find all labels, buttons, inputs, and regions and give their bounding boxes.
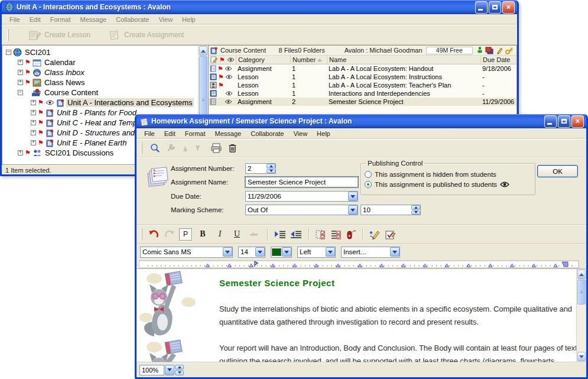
tree-label[interactable]: Class News xyxy=(43,78,86,87)
font-color-dropdown[interactable] xyxy=(271,247,292,258)
collapse-icon[interactable]: − xyxy=(6,50,11,55)
tree-item-class-news[interactable]: + ⚑ Class News xyxy=(2,77,198,88)
search-icon[interactable] xyxy=(150,143,160,153)
chevron-down-icon[interactable] xyxy=(282,247,291,257)
tree-label[interactable]: SCI201 Discussions xyxy=(44,148,115,157)
expand-icon[interactable]: + xyxy=(18,70,23,75)
print-icon[interactable] xyxy=(210,143,222,153)
document-text[interactable]: Semester Science Project Study the inter… xyxy=(203,269,586,362)
alignment-dropdown[interactable]: Left xyxy=(297,247,336,258)
previous-icon[interactable] xyxy=(182,144,189,153)
marking-scheme-dropdown[interactable]: Out Of xyxy=(245,205,358,215)
assignment-name-field[interactable]: Semester Science Project xyxy=(245,177,358,187)
document-body[interactable]: Semester Science Project Study the inter… xyxy=(137,268,586,362)
expand-icon[interactable]: + xyxy=(31,120,36,125)
tree-label[interactable]: Class Inbox xyxy=(43,68,86,77)
radio-published[interactable] xyxy=(365,181,372,188)
collapse-icon[interactable]: − xyxy=(18,90,23,95)
close-button[interactable]: × xyxy=(571,115,584,128)
font-family-dropdown[interactable]: Comic Sans MS xyxy=(140,247,233,258)
italic-button[interactable]: I xyxy=(213,228,226,241)
scroll-up-button[interactable] xyxy=(577,270,586,279)
underline-button[interactable]: U xyxy=(230,228,243,241)
delete-trash-icon[interactable] xyxy=(228,143,237,153)
tree-item-calendar[interactable]: + ⚑ Calendar xyxy=(2,57,198,67)
ok-button[interactable]: OK xyxy=(537,165,578,177)
scrollbar-thumb[interactable]: ≡ xyxy=(577,280,586,305)
indent-icon[interactable] xyxy=(274,230,286,238)
list-row[interactable]: ⚑ Lesson 1 Lab A - A Local Ecosystem: In… xyxy=(209,73,516,81)
tree-item-unit-a[interactable]: + ⚑ Unit A - Interactions and Ecosystems xyxy=(2,98,198,108)
tree-item-sci201[interactable]: − SCI201 xyxy=(2,47,198,57)
redo-icon[interactable] xyxy=(164,229,175,239)
zoom-level-field[interactable]: 100% xyxy=(139,365,164,375)
chevron-down-icon[interactable] xyxy=(348,192,358,201)
menu-file[interactable]: File xyxy=(139,130,160,137)
tree-item-class-inbox[interactable]: + ⚑ Class Inbox xyxy=(2,67,198,77)
document-scrollbar[interactable]: ≡ xyxy=(576,269,586,362)
tree-item-course-content[interactable]: − Course Content xyxy=(2,88,198,98)
list-row[interactable]: Lesson 1 Interactions and Interdependenc… xyxy=(209,89,516,98)
strikethrough-button[interactable]: abc xyxy=(248,228,261,241)
expand-icon[interactable]: + xyxy=(31,140,36,145)
user-status-icon[interactable] xyxy=(477,47,482,54)
menu-help[interactable]: Help xyxy=(177,16,200,23)
list-row[interactable]: ⚑ Assignment 1 Lab A - A Local Ecosystem… xyxy=(209,64,516,73)
expand-icon[interactable]: + xyxy=(18,60,23,65)
column-category[interactable]: Category xyxy=(236,56,290,64)
add-annotation-icon[interactable] xyxy=(369,229,381,239)
list-row-selected[interactable]: Assignment 2 Semester Science Project 11… xyxy=(209,98,516,106)
column-name[interactable]: Name xyxy=(327,56,480,64)
expand-icon[interactable]: + xyxy=(18,80,23,85)
menu-message[interactable]: Message xyxy=(210,130,246,137)
marking-points-stepper[interactable]: 10 xyxy=(360,205,421,215)
tools-icon[interactable] xyxy=(166,143,176,153)
chevron-down-icon[interactable] xyxy=(348,205,358,215)
menu-view[interactable]: View xyxy=(154,16,177,23)
tree-label[interactable]: Unit D - Structures and xyxy=(56,128,136,137)
column-number[interactable]: Number xyxy=(290,56,327,64)
next-icon[interactable] xyxy=(194,144,201,153)
tree-label[interactable]: SCI201 xyxy=(24,48,51,57)
expand-icon[interactable]: + xyxy=(31,110,36,115)
layers-icon[interactable] xyxy=(485,47,493,54)
radio-hidden[interactable] xyxy=(365,171,372,178)
edit-pencil-icon[interactable] xyxy=(496,47,502,54)
tree-label[interactable]: Calendar xyxy=(43,58,77,67)
permissions-key-icon[interactable] xyxy=(505,47,515,54)
ruler[interactable] xyxy=(137,260,586,268)
menu-message[interactable]: Message xyxy=(76,16,112,23)
menu-edit[interactable]: Edit xyxy=(25,16,46,23)
menu-file[interactable]: File xyxy=(5,16,25,23)
menu-format[interactable]: Format xyxy=(180,130,210,137)
icon-columns-header[interactable]: ⚑ xyxy=(209,56,236,64)
font-size-dropdown[interactable]: 14 xyxy=(238,247,265,258)
menu-collaborate[interactable]: Collaborate xyxy=(111,16,154,23)
scroll-up-button[interactable] xyxy=(199,46,207,56)
scroll-down-button[interactable] xyxy=(577,352,586,361)
tree-label[interactable]: Unit C - Heat and Temp xyxy=(56,118,138,127)
create-lesson-button[interactable]: Create Lesson xyxy=(28,29,90,41)
due-date-dropdown[interactable]: 11/29/2006 xyxy=(245,191,358,202)
expand-icon[interactable]: + xyxy=(31,130,36,135)
chevron-down-icon[interactable] xyxy=(255,247,265,257)
approve-check-icon[interactable] xyxy=(385,229,395,239)
tree-label[interactable]: Unit E - Planet Earth xyxy=(56,138,128,147)
zoom-spin-buttons[interactable] xyxy=(175,365,184,375)
tree-label[interactable]: Course Content xyxy=(43,88,99,97)
expand-icon[interactable]: + xyxy=(18,150,23,156)
hidden-option-row[interactable]: This assignment is hidden from students xyxy=(365,169,531,179)
embedded-object-icon[interactable] xyxy=(346,229,356,239)
number-spin-buttons[interactable] xyxy=(267,164,275,173)
menu-edit[interactable]: Edit xyxy=(160,130,180,137)
tree-label-selected[interactable]: Unit A - Interactions and Ecosystems xyxy=(66,98,194,107)
assignment-titlebar[interactable]: Homework Assignment / Semester Science P… xyxy=(137,114,586,128)
checklist-icon[interactable] xyxy=(331,229,342,239)
menu-collaborate[interactable]: Collaborate xyxy=(246,130,288,137)
checkbox-group-icon[interactable] xyxy=(316,229,327,239)
minimize-button[interactable] xyxy=(475,1,488,14)
maximize-button[interactable] xyxy=(558,115,570,128)
plain-style-button[interactable]: P xyxy=(179,228,192,241)
create-assignment-button[interactable]: Create Assignment xyxy=(108,29,184,41)
chevron-down-icon[interactable] xyxy=(390,247,399,257)
